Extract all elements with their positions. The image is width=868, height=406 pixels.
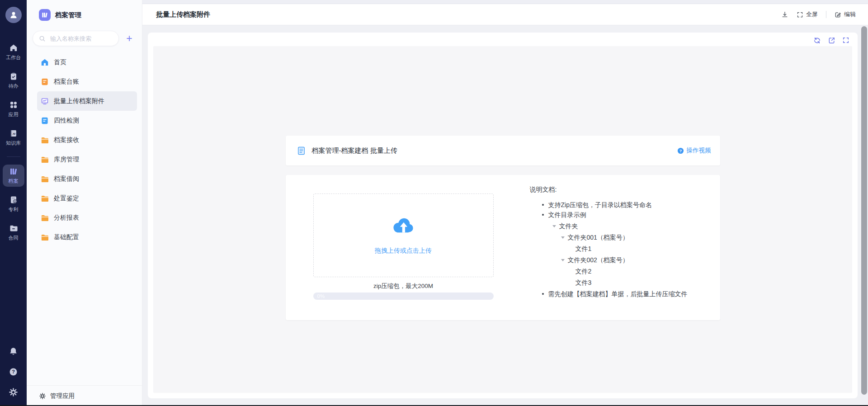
sidebar-item-ledger[interactable]: 档案台账 [37, 72, 137, 91]
rail-item-knowledge[interactable]: AI 知识库 [3, 127, 24, 149]
upload-progress-bar: 0% [313, 293, 494, 300]
rail-item-label: 工作台 [6, 54, 21, 61]
instruction-item: 支持Zip压缩包，子目录以档案号命名 [530, 200, 729, 210]
tree-node-folder: 文件夹 [530, 222, 729, 231]
sidebar-item-label: 批量上传档案附件 [54, 97, 104, 105]
sidebar-item-disposal[interactable]: 处置鉴定 [37, 189, 137, 208]
card-title: 档案管理-档案建档 批量上传 [312, 146, 397, 155]
home-icon [9, 43, 18, 52]
search-icon [39, 35, 46, 42]
clipboard-check-icon [9, 72, 18, 81]
folder-icon [41, 233, 49, 241]
rail-item-apps[interactable]: 应用 [3, 98, 24, 120]
search-row: + [33, 31, 136, 46]
refresh-icon[interactable] [813, 37, 821, 44]
books-icon [9, 167, 18, 176]
document-icon [41, 78, 49, 86]
sidebar-item-label: 档案接收 [54, 136, 79, 144]
fullscreen-icon [797, 11, 803, 18]
folder-icon [41, 175, 49, 183]
gear-icon [39, 392, 46, 400]
sidebar-menu: 首页 档案台账 批量上传档案附件 四性检测 档案接收 [37, 52, 137, 247]
page-title: 批量上传档案附件 [156, 10, 210, 19]
video-link-label: 操作视频 [687, 146, 711, 155]
content-panel: 档案管理-档案建档 批量上传 ? 操作视频 [148, 33, 858, 398]
instructions-panel: 说明文档: 支持Zip压缩包，子目录以档案号命名 文件目录示例 [530, 186, 729, 299]
sidebar-item-label: 档案台账 [54, 78, 79, 86]
person-icon [9, 10, 18, 19]
panel-toolbar [813, 37, 849, 44]
instructions-heading: 说明文档: [530, 186, 729, 194]
ai-book-icon: AI [9, 129, 18, 138]
content-region: 档案管理-档案建档 批量上传 ? 操作视频 [142, 25, 868, 406]
title-card-left: 档案管理-档案建档 批量上传 [297, 146, 397, 156]
sidebar-item-label: 处置鉴定 [54, 194, 79, 203]
fullscreen-button[interactable]: 全屏 [797, 10, 818, 19]
caret-down-icon [561, 236, 565, 239]
cloud-upload-icon [391, 216, 415, 235]
tree-node-folder002: 文件夹002（档案号） [530, 255, 729, 265]
settings-gear-icon[interactable] [9, 387, 18, 397]
caret-down-icon [552, 225, 556, 227]
search-box [33, 31, 119, 46]
tree-node-file2: 文件2 [530, 267, 729, 276]
edit-button[interactable]: 编辑 [835, 10, 856, 19]
folder-icon [9, 224, 18, 233]
panel-fullscreen-icon[interactable] [842, 37, 849, 44]
help-icon[interactable]: ? [9, 367, 18, 377]
rail-bottom: ? [9, 347, 18, 406]
panel-body: 档案管理-档案建档 批量上传 ? 操作视频 [153, 46, 852, 393]
sidebar-item-warehouse[interactable]: 库房管理 [37, 150, 137, 169]
rail-item-label: 待办 [9, 83, 19, 90]
sidebar-item-home[interactable]: 首页 [37, 52, 137, 72]
sidebar-item-borrow[interactable]: 档案借阅 [37, 169, 137, 189]
folder-icon [41, 156, 49, 164]
avatar[interactable] [5, 7, 22, 23]
sidebar-item-reports[interactable]: 分析报表 [37, 208, 137, 227]
upload-column: 拖拽上传或点击上传 zip压缩包，最大200M 0% [313, 194, 494, 300]
fullscreen-label: 全屏 [806, 10, 818, 19]
upload-card: 拖拽上传或点击上传 zip压缩包，最大200M 0% 说明文档: 支持Z [286, 175, 720, 320]
sidebar-item-receive[interactable]: 档案接收 [37, 130, 137, 150]
add-button[interactable]: + [123, 32, 136, 45]
download-icon [781, 11, 788, 18]
house-icon [41, 58, 49, 66]
progress-label: 0% [317, 293, 325, 299]
rail-item-label: 档案 [9, 178, 19, 184]
rail-item-label: 专利 [9, 206, 19, 213]
rail-item-patent[interactable]: 专利 [3, 193, 24, 215]
bullet-dot [542, 214, 544, 216]
download-button[interactable] [781, 11, 788, 18]
sidebar-item-four-check[interactable]: 四性检测 [37, 111, 137, 130]
video-link[interactable]: ? 操作视频 [677, 146, 711, 155]
apps-grid-icon [9, 100, 18, 109]
sidebar-item-label: 基础配置 [54, 233, 79, 241]
search-input[interactable] [49, 35, 114, 42]
scrollbar-thumb[interactable] [861, 26, 867, 395]
svg-text:?: ? [12, 369, 15, 374]
manage-apps-button[interactable]: 管理应用 [27, 385, 142, 406]
rail-item-label: 合同 [9, 235, 19, 241]
sidebar-item-config[interactable]: 基础配置 [37, 227, 137, 247]
rail-item-archive[interactable]: 档案 [3, 165, 24, 187]
upload-size-hint: zip压缩包，最大200M [313, 282, 494, 290]
instruction-text: 需先创建【档案建档】单据，后批量上传压缩文件 [548, 290, 688, 297]
sidebar-item-label: 四性检测 [54, 117, 79, 125]
tree-node-label: 文件2 [576, 267, 592, 276]
tree-node-folder001: 文件夹001（档案号） [530, 233, 729, 242]
sidebar-item-label: 分析报表 [54, 214, 79, 222]
rail-item-contract[interactable]: 合同 [3, 222, 24, 244]
bullet-dot [542, 204, 544, 206]
sidebar-item-batch-upload[interactable]: 批量上传档案附件 [37, 91, 137, 111]
center-column: 档案管理-档案建档 批量上传 ? 操作视频 [286, 46, 720, 320]
open-external-icon[interactable] [828, 37, 835, 44]
upload-dropzone[interactable]: 拖拽上传或点击上传 [313, 194, 494, 277]
sidebar: 档案管理 + 首页 档案台账 批量上传档案附件 [27, 0, 142, 406]
bell-icon[interactable] [9, 347, 18, 356]
rail-item-workbench[interactable]: 工作台 [3, 41, 24, 63]
caret-down-icon [561, 259, 565, 261]
header-divider [826, 11, 826, 18]
rail-item-todo[interactable]: 待办 [3, 70, 24, 92]
tree-node-file3: 文件3 [530, 278, 729, 288]
header-actions: 全屏 编辑 [781, 10, 856, 19]
